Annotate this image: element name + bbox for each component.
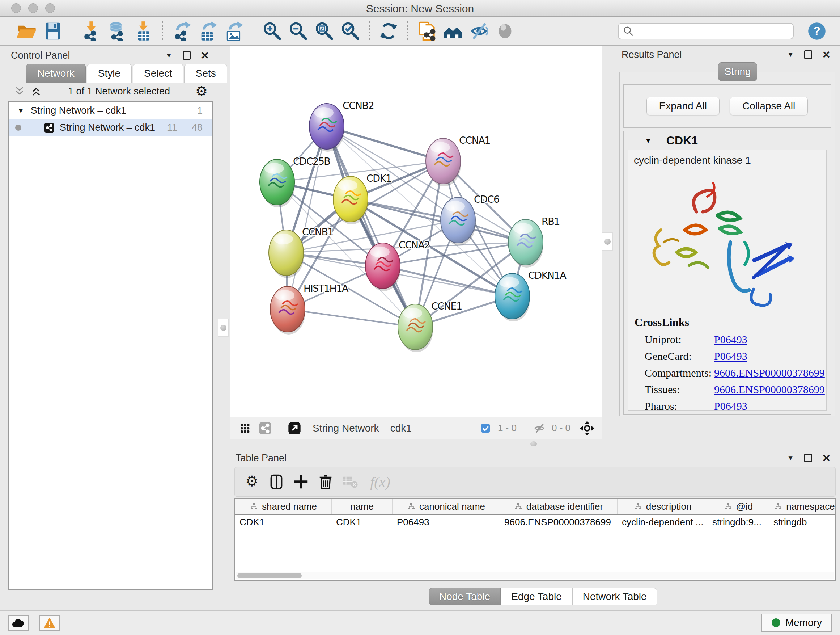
control-panel-tabs: NetworkStyleSelectSets [26,64,228,82]
cloud-status-button[interactable] [8,615,29,631]
fit-selected-icon[interactable] [579,420,595,436]
crosslink-link[interactable]: P06493 [714,333,747,346]
expand-all-button[interactable]: Expand All [646,97,720,116]
tab-select[interactable]: Select [133,64,183,82]
tree-expand-icon[interactable]: ▼ [17,107,24,115]
tab-node-table[interactable]: Node Table [429,588,501,605]
help-icon[interactable]: ? [807,21,827,41]
column-header-canonical-name[interactable]: canonical name [393,499,500,514]
tab-string[interactable]: String [718,62,757,81]
network-collection-row[interactable]: ▼ String Network – cdk1 1 [9,102,212,119]
network-node-CDC25B[interactable]: CDC25B [260,156,330,207]
bottom-splitter-handle[interactable] [531,441,537,447]
collapse-all-icon[interactable] [13,85,26,98]
network-mode-icon[interactable] [257,420,273,436]
horizontal-scrollbar[interactable] [236,572,834,579]
toolbar-separator [72,21,73,41]
string-home-icon[interactable] [443,21,463,41]
show-hide-columns-icon[interactable] [267,472,286,492]
node-entry-cdk1: ▼ CDK1 cyclin-dependent kinase 1 [623,131,831,415]
search-box[interactable] [618,23,794,40]
scrollbar-thumb[interactable] [237,573,302,578]
network-node-CCNA1[interactable]: CCNA1 [426,135,490,187]
panel-close-icon[interactable]: ✕ [201,50,209,62]
network-node-CCNE1[interactable]: CCNE1 [398,301,462,352]
table-row[interactable]: CDK1CDK1P064939606.ENSP00000378699cyclin… [235,515,835,530]
export-network-icon[interactable] [172,21,192,41]
network-options-gear-icon[interactable]: ⚙ [195,84,208,98]
network-list-header: 1 of 1 Network selected ⚙ [8,82,213,100]
column-header--id[interactable]: @id [708,499,769,514]
column-settings-gear-icon[interactable]: ⚙ [242,472,262,492]
column-header-name[interactable]: name [332,499,393,514]
export-table-icon[interactable] [197,21,218,41]
panel-collapse-icon[interactable]: ▼ [787,454,794,462]
zoom-fit-icon[interactable] [314,21,334,41]
panel-close-icon[interactable]: ✕ [822,452,831,464]
panel-float-icon[interactable] [804,454,812,462]
network-node-CCNB2[interactable]: CCNB2 [309,100,374,152]
open-file-icon[interactable] [17,21,37,41]
warning-button[interactable] [39,615,60,631]
network-node-CDKN1A[interactable]: CDKN1A [495,270,567,321]
panel-collapse-icon[interactable]: ▼ [787,51,794,59]
tab-sets[interactable]: Sets [185,64,227,82]
network-node-CCNA2[interactable]: CCNA2 [365,239,430,291]
network-row[interactable]: String Network – cdk1 11 48 [9,119,212,136]
entry-header[interactable]: ▼ CDK1 [624,131,831,150]
crosslink-link[interactable]: 9606.ENSP00000378699 [714,367,825,379]
network-node-HIST1H1A[interactable]: HIST1H1A [270,283,349,334]
svg-text:?: ? [813,24,821,37]
crosslink-link[interactable]: P06493 [714,400,747,410]
column-header-description[interactable]: description [617,499,708,514]
network-node-CDC6[interactable]: CDC6 [441,194,499,245]
search-input[interactable] [635,24,789,38]
create-column-icon[interactable] [291,472,311,492]
selected-checkbox-icon[interactable] [477,420,493,436]
network-view-title: String Network – cdk1 [313,423,475,434]
network-node-CCNB1[interactable]: CCNB1 [269,226,333,278]
tab-network[interactable]: Network [26,64,86,82]
crosslink-link[interactable]: P06493 [714,350,747,363]
tab-edge-table[interactable]: Edge Table [501,588,572,605]
panel-float-icon[interactable] [183,51,191,60]
hide-selected-icon[interactable] [469,21,489,41]
export-image-icon[interactable] [224,21,244,41]
crosslink-link[interactable]: 9606.ENSP00000378699 [714,383,825,396]
new-network-from-selection-icon[interactable] [417,21,437,41]
panel-float-icon[interactable] [804,50,812,59]
tab-network-table[interactable]: Network Table [572,588,657,605]
import-network-file-icon[interactable] [81,21,101,41]
tab-style[interactable]: Style [87,64,132,82]
entry-description: cyclin-dependent kinase 1 [628,150,826,166]
collapse-all-button[interactable]: Collapse All [729,97,808,116]
column-header-database-identifier[interactable]: database identifier [500,499,617,514]
panel-close-icon[interactable]: ✕ [822,49,831,61]
network-node-RB1[interactable]: RB1 [508,216,560,268]
divider [524,421,525,435]
import-table-file-icon[interactable] [133,21,153,41]
window-title: Session: New Session [0,3,840,15]
delete-column-icon[interactable] [316,472,335,492]
zoom-out-icon[interactable] [288,21,308,41]
show-hidden-icon[interactable] [495,21,515,41]
import-network-database-icon[interactable] [107,21,127,41]
zoom-selected-icon[interactable] [340,21,360,41]
refresh-view-icon[interactable] [378,21,399,41]
left-splitter-handle[interactable] [218,318,229,337]
entry-collapse-icon[interactable]: ▼ [645,136,652,145]
expand-all-icon[interactable] [30,85,43,98]
network-canvas[interactable]: CCNB2 CCNA1 CDC25B CDK1 CDC6 [230,46,602,417]
column-header-shared-name[interactable]: shared name [235,499,332,514]
results-panel-header: Results Panel ▼ ✕ [614,46,840,62]
right-splitter-handle[interactable] [602,233,613,250]
memory-button[interactable]: Memory [761,614,832,632]
zoom-in-icon[interactable] [262,21,282,41]
network-edge-count: 48 [192,122,202,133]
network-node-CDK1[interactable]: CDK1 [333,173,392,225]
detach-view-icon[interactable] [286,420,302,436]
panel-collapse-icon[interactable]: ▼ [166,51,172,59]
column-header-namespace[interactable]: namespace [769,499,836,514]
grid-mode-icon[interactable] [237,420,253,436]
save-session-icon[interactable] [43,21,63,41]
